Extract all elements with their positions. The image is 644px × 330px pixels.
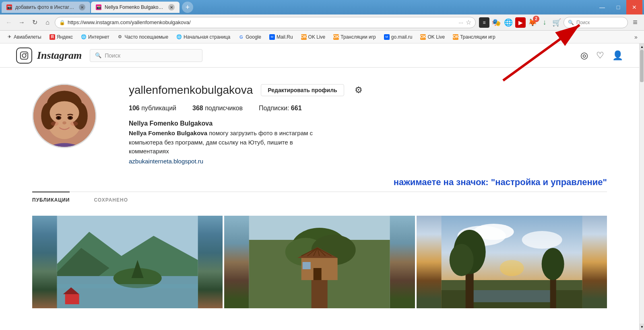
svg-rect-22 [57, 284, 198, 288]
bookmark-favicon-9: OK [333, 34, 339, 40]
bookmark-oklive-2[interactable]: OK OK Live [417, 32, 448, 42]
posts-count: 106 [129, 105, 140, 111]
profile-username: yallenfomenkobulgakova [129, 84, 253, 97]
bookmark-label-8: OK Live [308, 34, 326, 40]
maximize-button[interactable]: □ [610, 0, 626, 14]
bookmark-favicon-1: ✈ [6, 34, 12, 40]
forward-button[interactable]: → [16, 17, 27, 28]
bookmark-gomail[interactable]: М go.mail.ru [381, 32, 416, 42]
scroll-thumb[interactable] [640, 50, 644, 82]
extension-4-icon[interactable]: ▶ [515, 17, 526, 28]
tab-publications[interactable]: ПУБЛИКАЦИИ [32, 192, 70, 208]
bookmark-oklive-1[interactable]: OK OK Live [298, 32, 329, 42]
bookmark-home[interactable]: 🌐 Начальная страница [173, 32, 233, 42]
instagram-nav-icons: ◎ ♡ 👤 [580, 50, 623, 61]
posts-stat: 106 публикаций [129, 105, 176, 112]
profile-bio: Nellya Fomenko Bulgakova помогу загрузит… [129, 129, 330, 156]
refresh-button[interactable]: ↻ [29, 17, 40, 28]
minimize-button[interactable]: — [594, 0, 610, 14]
bookmark-label-3: Интернет [88, 34, 109, 40]
svg-point-8 [50, 101, 79, 124]
tab-label-2: Nellya Fomenko Bulgakova (@... [105, 4, 165, 10]
svg-point-58 [500, 260, 524, 276]
address-extra-icons: ≡ 🎭 🌐 ▶ 🦊 2 ↓ 🛒 [479, 17, 562, 28]
instagram-search-icon: 🔍 [95, 52, 101, 58]
address-text: https://www.instagram.com/yallenfomenkob… [68, 19, 456, 25]
profile-section: yallenfomenkobulgakova Редактировать про… [0, 68, 639, 173]
svg-point-11 [58, 117, 60, 119]
bookmark-label-4: Часто посещаемые [124, 34, 168, 40]
extension-2-icon[interactable]: 🎭 [491, 17, 502, 28]
instagram-navbar: Instagram 🔍 Поиск ◎ ♡ 👤 [0, 43, 639, 68]
extension-5-icon[interactable]: 🦊 2 [527, 17, 538, 28]
following-stat: Подписки: 661 [259, 105, 302, 112]
svg-point-50 [522, 231, 562, 249]
browser-menu-button[interactable]: ≡ [630, 17, 641, 28]
heart-icon[interactable]: ♡ [596, 50, 604, 61]
bookmark-yandex[interactable]: Я Яндекс [46, 32, 76, 42]
scroll-down-button[interactable]: ▼ [640, 324, 644, 330]
search-icon: 🔍 [568, 20, 574, 25]
bookmarks-more-button[interactable]: » [631, 32, 641, 42]
bookmark-favicon-3: 🌐 [81, 34, 87, 40]
extension-7-icon[interactable]: 🛒 [551, 17, 562, 28]
profile-link[interactable]: azbukainterneta.blogspot.ru [129, 158, 203, 165]
bookmark-label-2: Яндекс [57, 34, 73, 40]
scrollbar[interactable]: ▲ ▼ [639, 43, 644, 330]
compass-icon[interactable]: ◎ [580, 50, 588, 61]
profile-username-row: yallenfomenkobulgakova Редактировать про… [129, 84, 607, 97]
tab-close-2[interactable]: ✕ [168, 4, 175, 10]
profile-stats: 106 публикаций 368 подписчиков Подписки:… [129, 105, 607, 112]
close-window-button[interactable]: ✕ [626, 0, 642, 14]
followers-stat: 368 подписчиков [192, 105, 243, 112]
scroll-up-button[interactable]: ▲ [640, 43, 644, 50]
bookmark-mailru[interactable]: М Mail.Ru [266, 32, 296, 42]
tab-active-2[interactable]: 📸 Nellya Fomenko Bulgakova (@... ✕ [91, 2, 180, 13]
bookmark-icon[interactable]: ☆ [466, 19, 471, 26]
photo-3[interactable] [417, 216, 607, 308]
svg-point-57 [541, 248, 564, 280]
instagram-search[interactable]: 🔍 Поиск [90, 49, 202, 62]
home-button[interactable]: ⌂ [42, 17, 53, 28]
profile-icon[interactable]: 👤 [612, 50, 623, 61]
extension-6-icon[interactable]: ↓ [539, 17, 550, 28]
following-count: 661 [291, 105, 302, 111]
instagram-logo-icon [16, 47, 32, 64]
browser-search-box[interactable]: 🔍 Поиск [564, 17, 628, 28]
back-button[interactable]: ← [3, 17, 14, 28]
photo-1[interactable] [32, 216, 223, 308]
tab-inactive-1[interactable]: 📷 добавить фото в Инстаграм б... ✕ [2, 2, 90, 13]
photo-2[interactable] [224, 216, 415, 308]
notification-badge: 2 [533, 16, 539, 22]
followers-count: 368 [192, 105, 203, 111]
bookmark-label-9: Трансляции игр [341, 34, 376, 40]
extension-3-icon[interactable]: 🌐 [503, 17, 514, 28]
tab-favicon-1: 📷 [6, 4, 12, 10]
bookmark-internet[interactable]: 🌐 Интернет [78, 32, 112, 42]
search-placeholder: Поиск [576, 20, 590, 25]
photo-image-1 [32, 216, 223, 308]
svg-point-13 [62, 121, 66, 124]
bookmark-label-10: go.mail.ru [391, 34, 413, 40]
profile-display-name: Nellya Fomenko Bulgakova [129, 120, 607, 127]
tab-close-1[interactable]: ✕ [79, 4, 85, 10]
page-content: Instagram 🔍 Поиск ◎ ♡ 👤 [0, 43, 644, 330]
svg-point-15 [70, 121, 78, 126]
bookmark-translyacii-2[interactable]: OK Трансляции игр [450, 32, 499, 42]
address-more-icon: ··· [458, 19, 463, 26]
svg-point-14 [51, 121, 58, 126]
edit-profile-button[interactable]: Редактировать профиль [261, 84, 344, 96]
tab-saved[interactable]: СОХРАНЕНО [94, 192, 128, 208]
bookmark-label-7: Mail.Ru [277, 34, 293, 40]
bookmark-google[interactable]: G Google [235, 32, 264, 42]
bookmark-frequent[interactable]: ⚙ Часто посещаемые [114, 32, 171, 42]
new-tab-button[interactable]: + [182, 2, 193, 13]
window-controls: — □ ✕ [594, 0, 642, 14]
bookmark-translyacii-1[interactable]: OK Трансляции игр [330, 32, 379, 42]
settings-gear-icon[interactable]: ⚙ [352, 84, 365, 97]
address-bar[interactable]: 🔒 https://www.instagram.com/yallenfomenk… [55, 17, 476, 28]
bookmark-aviabilety[interactable]: ✈ Авиабилеты [3, 32, 45, 42]
photo-grid [0, 208, 639, 308]
svg-rect-39 [314, 268, 322, 280]
vpn-icon[interactable]: ≡ [479, 17, 489, 28]
